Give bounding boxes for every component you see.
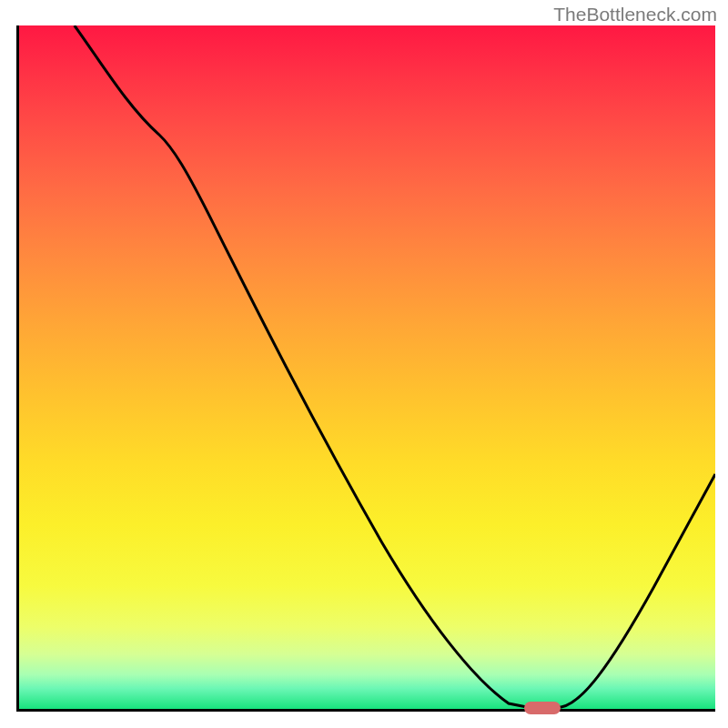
watermark-text: TheBottleneck.com (553, 4, 717, 25)
plot-area (16, 25, 715, 712)
optimal-marker (524, 702, 561, 714)
bottleneck-curve (19, 25, 715, 709)
curve-path (75, 25, 715, 707)
